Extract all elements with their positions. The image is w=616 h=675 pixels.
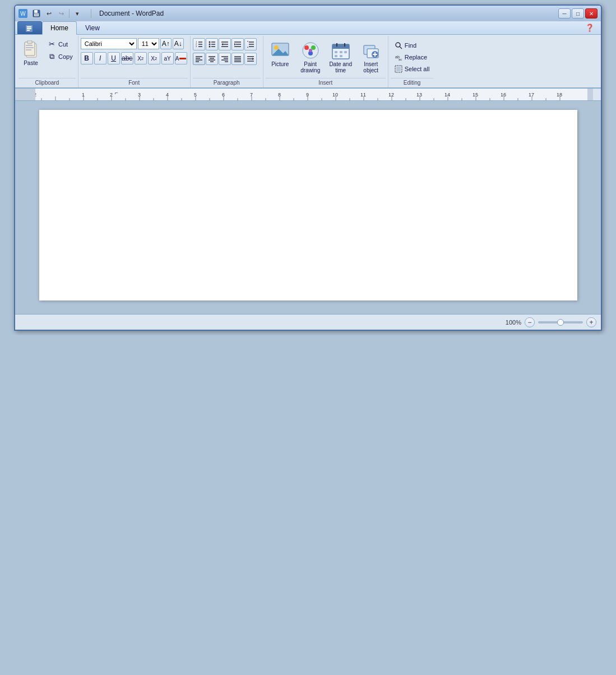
svg-rect-12: [26, 47, 34, 48]
decrease-indent-button[interactable]: [219, 38, 231, 50]
svg-text:16: 16: [501, 92, 506, 98]
subscript-button[interactable]: X2: [135, 52, 147, 64]
svg-text:14: 14: [444, 92, 450, 98]
zoom-slider-thumb[interactable]: [557, 319, 564, 326]
svg-text:5: 5: [194, 92, 197, 98]
window-title: Document - WordPad: [99, 10, 164, 17]
svg-text:8: 8: [278, 92, 281, 98]
select-all-button[interactable]: Select all: [391, 63, 434, 75]
minimize-button[interactable]: ─: [558, 8, 571, 19]
svg-text:15: 15: [473, 92, 478, 98]
ribbon: Paste ✂ Cut ⧉ Copy Clipboard: [15, 35, 601, 89]
ruler-svg: -3 -2 1: [35, 89, 587, 101]
underline-button[interactable]: U: [108, 52, 120, 64]
find-button[interactable]: Find: [391, 40, 420, 51]
document-area: [15, 101, 601, 314]
align-right-button[interactable]: [219, 53, 231, 65]
svg-text:ac: ac: [399, 58, 402, 61]
svg-point-64: [304, 45, 309, 50]
close-button[interactable]: ✕: [585, 8, 598, 19]
help-button[interactable]: ❓: [581, 21, 599, 34]
title-bar-left: W ↩ ↪ ▾ Document - WordPad: [18, 8, 164, 19]
svg-rect-88: [396, 67, 401, 71]
picture-button[interactable]: Picture: [266, 38, 295, 70]
svg-text:12: 12: [388, 92, 394, 98]
paint-drawing-button[interactable]: Paint drawing: [296, 38, 325, 76]
editing-label: Editing: [391, 78, 434, 87]
shrink-font-button[interactable]: A↓: [173, 38, 184, 49]
font-selector-row: Calibri 11 A↑ A↓: [81, 38, 184, 49]
save-button[interactable]: [31, 8, 42, 19]
document-editor[interactable]: [50, 121, 566, 289]
increase-indent-button[interactable]: [231, 38, 244, 50]
zoom-in-button[interactable]: +: [586, 317, 596, 327]
right-to-left-button[interactable]: [244, 53, 257, 65]
svg-rect-5: [27, 26, 31, 27]
svg-marker-39: [247, 47, 248, 48]
svg-marker-38: [247, 41, 248, 42]
copy-button[interactable]: ⧉ Copy: [44, 50, 76, 63]
redo-button[interactable]: ↪: [55, 8, 67, 19]
insert-object-button[interactable]: Insert object: [356, 38, 386, 76]
svg-marker-33: [234, 43, 236, 45]
replace-button[interactable]: abac Replace: [391, 52, 431, 63]
justify-button[interactable]: [231, 53, 244, 65]
superscript-button[interactable]: X2: [148, 52, 160, 64]
svg-text:4: 4: [166, 92, 169, 98]
undo-button[interactable]: ↩: [43, 8, 54, 19]
svg-rect-76: [335, 55, 337, 57]
cut-button[interactable]: ✂ Cut: [44, 38, 76, 50]
bullet-list-button[interactable]: [206, 38, 218, 50]
select-all-label: Select all: [405, 66, 430, 72]
svg-text:2: 2: [110, 92, 113, 98]
customize-button[interactable]: ▾: [72, 8, 83, 19]
font-color-button[interactable]: A: [175, 52, 187, 64]
zoom-slider[interactable]: [538, 321, 583, 323]
date-time-button[interactable]: Date and time: [326, 38, 355, 76]
font-size-select[interactable]: 11: [138, 38, 159, 49]
strikethrough-button[interactable]: abc: [121, 52, 133, 64]
svg-rect-11: [26, 45, 33, 46]
align-left-button[interactable]: [193, 53, 205, 65]
document-page: [39, 110, 577, 300]
bold-button[interactable]: B: [81, 52, 93, 64]
italic-button[interactable]: I: [94, 52, 106, 64]
tab-home[interactable]: Home: [42, 21, 77, 35]
paint-icon: [300, 40, 321, 61]
svg-marker-59: [252, 58, 254, 60]
ribbon-tab-bar: Home View ❓: [15, 21, 601, 35]
ruler-marks: ⌐ -3 -2: [35, 89, 587, 100]
paragraph-content: 123: [193, 37, 261, 77]
zoom-level: 100%: [506, 319, 521, 326]
svg-rect-70: [332, 47, 349, 49]
svg-rect-10: [27, 40, 32, 44]
font-name-select[interactable]: Calibri: [81, 38, 137, 49]
svg-marker-29: [221, 43, 223, 45]
insert-content: Picture Paint drawing: [266, 37, 386, 77]
ruler: ⌐ -3 -2: [15, 89, 601, 101]
svg-text:13: 13: [416, 92, 422, 98]
line-spacing-button[interactable]: [244, 38, 257, 50]
date-time-label: Date and time: [328, 61, 354, 73]
paste-button[interactable]: Paste: [18, 38, 43, 68]
find-label: Find: [405, 42, 416, 49]
svg-text:10: 10: [332, 92, 338, 98]
grow-font-button[interactable]: A↑: [160, 38, 172, 49]
zoom-out-button[interactable]: −: [525, 317, 535, 327]
svg-text:6: 6: [222, 92, 225, 98]
svg-text:-2: -2: [35, 92, 36, 98]
ordered-list-button[interactable]: 123: [193, 38, 205, 50]
maximize-button[interactable]: □: [572, 8, 584, 19]
highlight-color-button[interactable]: aY: [161, 52, 174, 64]
format-buttons-row: B I U abc X2 X2 aY A: [81, 52, 187, 64]
tab-view[interactable]: View: [77, 21, 108, 34]
svg-rect-7: [27, 30, 30, 31]
file-menu-button[interactable]: [17, 21, 42, 34]
align-center-button[interactable]: [206, 53, 218, 65]
calendar-icon: [331, 40, 351, 61]
svg-point-83: [396, 43, 400, 47]
paragraph-group: 123: [191, 36, 263, 87]
font-group: Calibri 11 A↑ A↓ B I U abc X2 X2 a: [78, 36, 191, 87]
svg-point-67: [309, 49, 312, 52]
svg-text:7: 7: [250, 92, 253, 98]
